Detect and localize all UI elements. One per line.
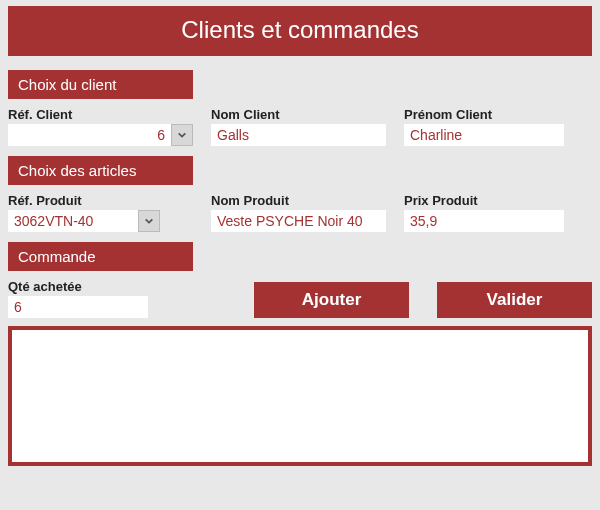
qte-achetee-field[interactable] bbox=[8, 296, 148, 318]
label-ref-produit: Réf. Produit bbox=[8, 193, 193, 208]
chevron-down-icon[interactable] bbox=[138, 210, 160, 232]
page-title: Clients et commandes bbox=[8, 6, 592, 56]
nom-produit-field[interactable] bbox=[211, 210, 386, 232]
label-nom-produit: Nom Produit bbox=[211, 193, 386, 208]
section-header-articles: Choix des articles bbox=[8, 156, 193, 185]
valider-button[interactable]: Valider bbox=[437, 282, 592, 318]
section-header-commande: Commande bbox=[8, 242, 193, 271]
prix-produit-field[interactable] bbox=[404, 210, 564, 232]
ref-produit-select[interactable] bbox=[8, 210, 138, 232]
chevron-down-icon[interactable] bbox=[171, 124, 193, 146]
nom-client-field[interactable] bbox=[211, 124, 386, 146]
label-ref-client: Réf. Client bbox=[8, 107, 193, 122]
prenom-client-field[interactable] bbox=[404, 124, 564, 146]
label-qte-achetee: Qté achetée bbox=[8, 279, 148, 294]
label-prix-produit: Prix Produit bbox=[404, 193, 564, 208]
label-prenom-client: Prénom Client bbox=[404, 107, 564, 122]
ref-client-select[interactable] bbox=[8, 124, 171, 146]
output-panel bbox=[8, 326, 592, 466]
ajouter-button[interactable]: Ajouter bbox=[254, 282, 409, 318]
section-header-client: Choix du client bbox=[8, 70, 193, 99]
label-nom-client: Nom Client bbox=[211, 107, 386, 122]
